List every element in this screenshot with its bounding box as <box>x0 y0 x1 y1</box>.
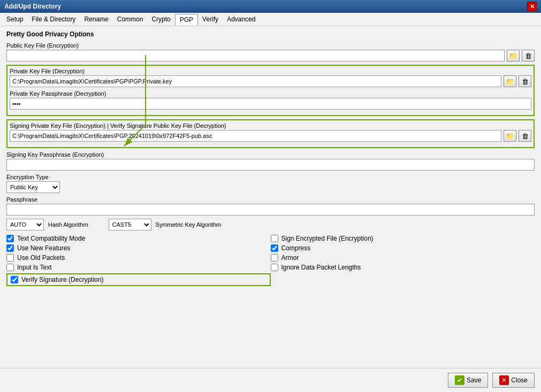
options-row: Text Compatibility Mode Use New Features… <box>6 235 535 289</box>
checkbox-text-compat: Text Compatibility Mode <box>6 235 271 242</box>
checkbox-use-old-packets: Use Old Packets <box>6 254 271 262</box>
public-key-file-group: Public Key File (Encryption) 📁 🗑 <box>6 42 535 62</box>
private-key-file-row: 📁 🗑 <box>10 75 531 87</box>
passphrase-label: Passphrase <box>6 196 535 203</box>
menu-file-directory[interactable]: File & Directory <box>27 14 80 25</box>
verify-signature-label: Verify Signature (Decryption) <box>21 276 103 283</box>
encryption-type-row: Public Key Passphrase <box>6 181 535 193</box>
private-key-delete-button[interactable]: 🗑 <box>519 75 531 87</box>
close-label: Close <box>511 376 528 384</box>
passphrase-input[interactable] <box>6 204 535 216</box>
options-right-col: Sign Encrypted File (Encryption) Compres… <box>271 235 535 289</box>
checkbox-input-is-text: Input Is Text <box>6 264 271 271</box>
ignore-data-packet-label: Ignore Data Packet Lengths <box>281 264 361 271</box>
checkbox-armor: Armor <box>271 254 535 262</box>
menubar: Setup File & Directory Rename Common Cry… <box>0 13 541 26</box>
private-key-passphrase-input[interactable] <box>10 98 531 110</box>
use-old-packets-checkbox[interactable] <box>6 254 14 262</box>
private-key-file-label: Private Key File (Decryption) <box>10 68 531 74</box>
public-key-browse-button[interactable]: 📁 <box>507 50 520 62</box>
window-title: Add/Upd Directory <box>4 3 61 10</box>
symmetric-key-label: Symmetric Key Algorithm <box>156 221 222 228</box>
signing-key-browse-button[interactable]: 📁 <box>504 130 516 142</box>
signing-key-file-group: Signing Private Key File (Encryption) | … <box>10 122 531 142</box>
footer: ✔ Save ✕ Close <box>0 368 541 392</box>
menu-advanced[interactable]: Advanced <box>223 14 260 25</box>
options-left-col: Text Compatibility Mode Use New Features… <box>6 235 271 289</box>
private-key-browse-button[interactable]: 📁 <box>504 75 516 87</box>
compress-label: Compress <box>281 244 311 252</box>
input-is-text-checkbox[interactable] <box>6 264 14 271</box>
close-icon: ✕ <box>499 375 509 385</box>
text-compat-label: Text Compatibility Mode <box>17 235 85 242</box>
armor-checkbox[interactable] <box>271 254 278 262</box>
signing-key-file-row: 📁 🗑 <box>10 130 531 142</box>
menu-rename[interactable]: Rename <box>80 14 112 25</box>
window-close-button[interactable]: ✕ <box>527 2 537 11</box>
close-button[interactable]: ✕ Close <box>492 373 535 388</box>
use-new-features-label: Use New Features <box>17 244 70 252</box>
menu-verify[interactable]: Verify <box>198 14 223 25</box>
public-key-file-row: 📁 🗑 <box>6 50 535 62</box>
signing-passphrase-input[interactable] <box>6 159 535 171</box>
section-title: Pretty Good Privacy Options <box>6 30 535 38</box>
titlebar: Add/Upd Directory ✕ <box>0 0 541 13</box>
signing-passphrase-label: Signing Key Passphrase (Encryption) <box>6 151 535 158</box>
checkbox-compress: Compress <box>271 244 535 252</box>
sign-encrypted-checkbox[interactable] <box>271 235 278 242</box>
main-window: Add/Upd Directory ✕ Setup File & Directo… <box>0 0 541 392</box>
signing-key-section: Signing Private Key File (Encryption) | … <box>6 119 535 148</box>
signing-key-delete-button[interactable]: 🗑 <box>519 130 531 142</box>
passphrase-group: Passphrase <box>6 196 535 216</box>
checkbox-ignore-data-packet: Ignore Data Packet Lengths <box>271 264 535 271</box>
hash-algorithm-label: Hash Algorithm <box>48 221 88 228</box>
signing-key-file-input[interactable] <box>10 130 501 142</box>
public-key-file-input[interactable] <box>6 50 505 62</box>
encryption-type-label: Encryption Type <box>6 174 535 180</box>
content-area: Pretty Good Privacy Options Public Key F… <box>0 26 541 368</box>
use-old-packets-label: Use Old Packets <box>17 254 65 262</box>
checkbox-use-new-features: Use New Features <box>6 244 271 252</box>
encryption-type-select[interactable]: Public Key Passphrase <box>6 181 60 193</box>
checkbox-verify-sig: Verify Signature (Decryption) <box>6 273 271 286</box>
menu-pgp[interactable]: PGP <box>175 14 198 25</box>
symmetric-key-select[interactable]: CAST5 AES128 AES256 <box>109 219 151 230</box>
save-button[interactable]: ✔ Save <box>448 373 488 388</box>
input-is-text-label: Input Is Text <box>17 264 51 271</box>
hash-algorithm-select[interactable]: AUTO SHA1 SHA256 <box>6 219 44 230</box>
menu-common[interactable]: Common <box>113 14 148 25</box>
hash-row: AUTO SHA1 SHA256 Hash Algorithm CAST5 AE… <box>6 219 535 230</box>
private-key-section: Private Key File (Decryption) 📁 🗑 Privat… <box>6 65 535 116</box>
passphrase-row <box>6 204 535 216</box>
save-icon: ✔ <box>455 375 464 385</box>
compress-checkbox[interactable] <box>271 244 278 252</box>
armor-label: Armor <box>281 254 299 262</box>
private-key-passphrase-group: Private Key Passphrase (Decryption) <box>10 90 531 110</box>
private-key-passphrase-row <box>10 98 531 110</box>
save-label: Save <box>467 376 481 384</box>
checkbox-sign-encrypted: Sign Encrypted File (Encryption) <box>271 235 535 242</box>
text-compat-checkbox[interactable] <box>6 235 14 242</box>
private-key-file-input[interactable] <box>10 75 501 87</box>
private-key-passphrase-label: Private Key Passphrase (Decryption) <box>10 90 531 97</box>
sign-encrypted-label: Sign Encrypted File (Encryption) <box>281 235 374 242</box>
public-key-delete-button[interactable]: 🗑 <box>522 50 535 62</box>
use-new-features-checkbox[interactable] <box>6 244 14 252</box>
private-key-file-group: Private Key File (Decryption) 📁 🗑 <box>10 68 531 87</box>
menu-crypto[interactable]: Crypto <box>147 14 174 25</box>
encryption-type-group: Encryption Type Public Key Passphrase <box>6 174 535 193</box>
ignore-data-packet-checkbox[interactable] <box>271 264 278 271</box>
signing-key-file-label: Signing Private Key File (Encryption) | … <box>10 122 531 129</box>
menu-setup[interactable]: Setup <box>2 14 27 25</box>
verify-signature-checkbox[interactable] <box>11 276 18 283</box>
signing-passphrase-group: Signing Key Passphrase (Encryption) <box>6 151 535 171</box>
signing-passphrase-row <box>6 159 535 171</box>
public-key-file-label: Public Key File (Encryption) <box>6 42 535 49</box>
